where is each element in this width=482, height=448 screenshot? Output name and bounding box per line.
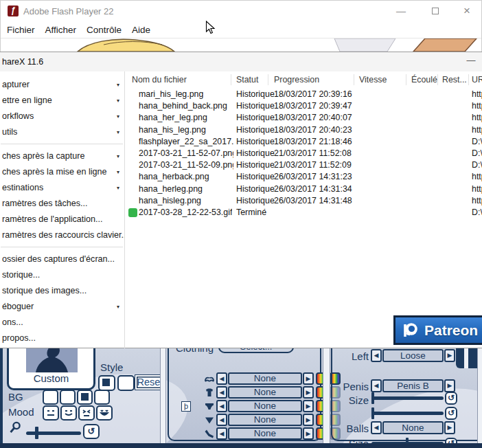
chevron-down-icon: ▾: [117, 299, 119, 315]
sharex-minimize-icon[interactable]: —: [461, 54, 481, 67]
sidebar-item[interactable]: ramètres des tâches... ▾: [0, 196, 124, 212]
sidebar-item[interactable]: storique... ▾: [0, 267, 124, 283]
sidebar-item[interactable]: ons... ▾: [0, 315, 124, 331]
column-header[interactable]: Rest...: [442, 75, 467, 85]
top-value: None: [228, 386, 302, 399]
sidebar-item[interactable]: ramètres de l'application... ▾: [0, 212, 124, 227]
table-row[interactable]: hana_his_leg.png Historique 18/03/2017 2…: [125, 124, 482, 136]
table-row[interactable]: 2017-03-21_11-52-07.png Historique 21/03…: [125, 148, 482, 159]
mood-excited-face-icon[interactable]: [96, 405, 113, 421]
mood-happy-face-icon[interactable]: [60, 405, 77, 421]
table-row[interactable]: 2017-03-21_11-52-09.png Historique 21/03…: [125, 159, 482, 171]
file-url: http: [472, 125, 482, 135]
game-art-top: [1, 38, 481, 52]
prev-arrow-icon[interactable]: ◀: [371, 421, 382, 434]
mood-angry-face-icon[interactable]: [78, 405, 95, 421]
sidebar-item-label: ches après la mise en ligne: [2, 167, 107, 177]
bg-option-2-button[interactable]: [60, 390, 76, 405]
penis-width-slider[interactable]: [371, 412, 444, 415]
sidebar-item[interactable]: ▾: [1, 247, 123, 247]
bra-value: None: [228, 372, 302, 385]
penis-size-undo-icon[interactable]: ↺: [445, 392, 457, 405]
sidebar-item[interactable]: ▾: [1, 144, 123, 144]
menu-item[interactable]: Aide: [132, 25, 150, 35]
table-row[interactable]: mari_his_leg.png Historique 18/03/2017 2…: [125, 89, 482, 100]
prev-arrow-icon[interactable]: ◀: [371, 349, 382, 362]
sidebar-item[interactable]: utils ▾: [0, 124, 124, 140]
table-row[interactable]: 2017-03-28_12-22-53.gif Terminé D:\: [125, 207, 482, 219]
sidebar-item[interactable]: ettre en ligne ▾: [0, 93, 124, 109]
next-arrow-icon[interactable]: ▶: [303, 372, 314, 385]
file-url: http: [472, 89, 482, 99]
file-name: 2017-03-28_12-22-53.gif: [139, 208, 232, 217]
next-arrow-icon[interactable]: ▶: [303, 427, 314, 440]
file-progress: 18/03/2017 20:39:47: [274, 101, 352, 111]
close-icon[interactable]: ×: [455, 3, 479, 19]
penis-size-slider[interactable]: [371, 396, 444, 400]
sidebar-item[interactable]: propos... ▾: [0, 331, 124, 346]
mood-neutral-face-icon[interactable]: [43, 405, 59, 421]
next-arrow-icon[interactable]: ▶: [303, 414, 314, 426]
column-header[interactable]: Écoulé: [411, 75, 437, 85]
zoom-slider-handle[interactable]: [35, 427, 38, 439]
sidebar-item[interactable]: ramètres des raccourcis clavier... ▾: [0, 227, 124, 243]
sharex-window: hareX 11.6 — apturer ▾ ettre en ligne ▾ …: [0, 52, 482, 348]
prev-arrow-icon[interactable]: ◀: [216, 427, 227, 440]
sidebar-item[interactable]: apturer ▾: [0, 77, 124, 93]
menu-item[interactable]: Contrôle: [87, 25, 122, 35]
file-url: http: [472, 113, 482, 122]
column-header[interactable]: URL: [472, 75, 482, 85]
table-row[interactable]: hana_herback.png Historique 26/03/2017 1…: [125, 171, 482, 183]
bg-option-4-button[interactable]: [94, 390, 110, 405]
sidebar-item[interactable]: estinations ▾: [0, 180, 124, 196]
maximize-icon[interactable]: [424, 3, 447, 19]
patreon-button[interactable]: Patreon: [393, 315, 482, 345]
prev-arrow-icon[interactable]: ◀: [216, 414, 227, 426]
character-thumbnail: [26, 347, 78, 372]
penis-width-undo-icon[interactable]: ↺: [445, 407, 457, 420]
sidebar-item[interactable]: orkflows ▾: [0, 109, 124, 124]
sidebar-item[interactable]: ossier des captures d'écran... ▾: [0, 251, 124, 267]
mood-label: Mood: [8, 406, 34, 418]
next-arrow-icon[interactable]: ▶: [303, 400, 314, 412]
table-row[interactable]: hana_her_leg.png Historique 18/03/2017 2…: [125, 112, 482, 124]
column-header[interactable]: Progression: [274, 75, 319, 85]
prev-arrow-icon[interactable]: ◀: [371, 379, 382, 392]
prev-arrow-icon[interactable]: ◀: [216, 400, 227, 412]
menu-item[interactable]: Fichier: [7, 25, 35, 35]
character-thumbnail-card[interactable]: Custom: [7, 346, 95, 390]
table-row[interactable]: flashplayer_22_sa_2017... Historique 18/…: [125, 136, 482, 148]
legwear-value: None: [228, 427, 302, 440]
column-header[interactable]: Statut: [236, 75, 258, 85]
file-name: mari_his_leg.png: [139, 89, 203, 99]
next-arrow-icon[interactable]: ▶: [444, 421, 455, 434]
file-name: 2017-03-21_11-52-09.png: [139, 160, 233, 170]
bg-option-3-button[interactable]: [77, 390, 93, 405]
style-option-2-button[interactable]: [117, 375, 135, 391]
bg-option-1-button[interactable]: [43, 390, 58, 405]
sidebar-item[interactable]: ches après la mise en ligne ▾: [0, 164, 124, 180]
minimize-icon[interactable]: —: [389, 3, 413, 19]
next-arrow-icon[interactable]: ▶: [444, 349, 455, 362]
prev-arrow-icon[interactable]: ◀: [216, 372, 227, 385]
table-row[interactable]: hana_behind_back.png Historique 18/03/20…: [125, 100, 482, 112]
zoom-undo-icon[interactable]: ↺: [83, 424, 100, 439]
next-arrow-icon[interactable]: ▶: [444, 379, 455, 392]
table-row[interactable]: hana_hisleg.png Historique 26/03/2017 14…: [125, 195, 482, 207]
panties-toggle-checkbox[interactable]: þ: [181, 401, 191, 412]
next-arrow-icon[interactable]: ▶: [303, 386, 314, 399]
style-option-1-button[interactable]: [98, 375, 115, 391]
sidebar-item-label: ramètres de l'application...: [2, 214, 103, 224]
column-header[interactable]: Vitesse: [359, 75, 387, 85]
chevron-down-icon: ▾: [117, 164, 119, 180]
table-row[interactable]: hana_herleg.png Historique 26/03/2017 14…: [125, 183, 482, 195]
file-status: Historique: [236, 160, 275, 170]
column-header[interactable]: Nom du fichier: [132, 75, 187, 85]
sidebar-item[interactable]: storique des images... ▾: [0, 283, 124, 299]
prev-arrow-icon[interactable]: ◀: [216, 386, 227, 399]
file-url: http: [472, 184, 482, 194]
sidebar-item[interactable]: ches après la capture ▾: [0, 148, 124, 164]
sidebar-item[interactable]: éboguer ▾: [0, 299, 124, 315]
zoom-slider[interactable]: [26, 432, 81, 435]
menu-item[interactable]: Afficher: [45, 25, 77, 35]
